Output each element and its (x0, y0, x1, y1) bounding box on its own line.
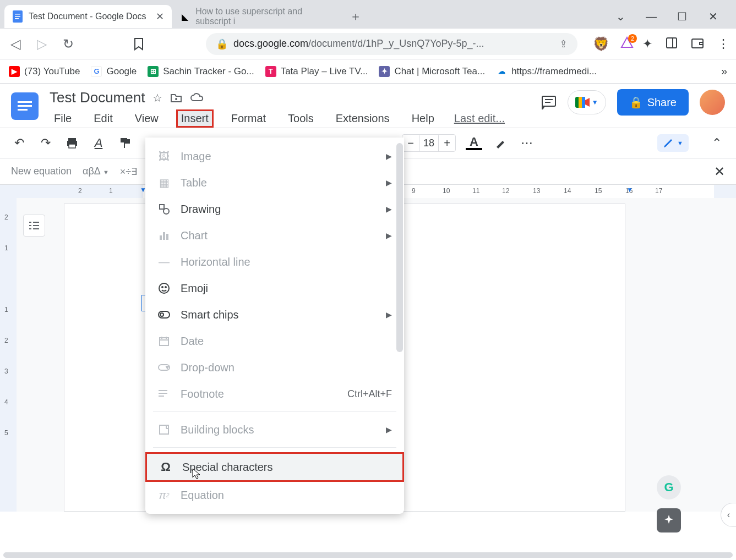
redo-icon[interactable]: ↷ (37, 135, 54, 151)
menu-item-footnote[interactable]: Footnote Ctrl+Alt+F (145, 381, 404, 407)
menu-item-date[interactable]: Date (145, 328, 404, 354)
line-icon: — (157, 255, 171, 268)
collapse-toolbar-icon[interactable]: ⌃ (708, 135, 725, 151)
chevron-right-icon: ▶ (386, 310, 392, 319)
share-button[interactable]: 🔒 Share (617, 89, 689, 116)
new-equation-button[interactable]: New equation (11, 166, 72, 177)
svg-rect-47 (159, 396, 164, 397)
menu-item-special-characters[interactable]: Ω Special characters (145, 452, 404, 482)
blocks-icon (157, 423, 171, 436)
menu-item-chart[interactable]: Chart ▶ (145, 222, 404, 249)
menu-item-image[interactable]: 🖼 Image ▶ (145, 143, 404, 169)
browser-tab[interactable]: ◣ How to use superscript and subscript i (172, 1, 342, 32)
indent-marker-icon[interactable]: ▼ (626, 186, 633, 194)
new-tab-button[interactable]: ＋ (347, 8, 364, 25)
bookmark-teams[interactable]: ✦ Chat | Microsoft Tea... (379, 66, 485, 77)
address-extras: 🦁 2 (593, 36, 634, 52)
spellcheck-icon[interactable]: A (90, 135, 107, 151)
editing-mode-button[interactable]: ▼ (657, 134, 689, 152)
svg-rect-1 (15, 14, 20, 15)
operators-button[interactable]: ×÷∃ (120, 166, 137, 178)
sidepanel-icon[interactable] (666, 37, 678, 51)
menu-file[interactable]: File (50, 110, 76, 127)
menu-help[interactable]: Help (407, 110, 439, 127)
menu-edit[interactable]: Edit (89, 110, 117, 127)
share-url-icon[interactable]: ⇪ (559, 38, 568, 50)
close-equation-icon[interactable]: ✕ (714, 164, 725, 179)
address-bar[interactable]: 🔒 docs.google.com/document/d/1hP_y_UsnQ7… (206, 33, 577, 55)
menu-insert[interactable]: Insert (176, 109, 214, 128)
wallet-icon[interactable] (691, 37, 704, 51)
svg-rect-45 (159, 390, 167, 391)
comment-history-icon[interactable] (541, 95, 557, 109)
cloud-status-icon[interactable] (190, 93, 204, 103)
table-icon: ▦ (157, 176, 171, 189)
document-title[interactable]: Test Document (50, 89, 145, 106)
menu-item-building-blocks[interactable]: Building blocks ▶ (145, 416, 404, 443)
bookmarks-overflow-icon[interactable]: » (721, 65, 727, 78)
back-button[interactable]: ◁ (7, 35, 24, 53)
vertical-ruler[interactable]: 2 1 1 2 3 4 5 (0, 198, 17, 512)
document-outline-button[interactable] (23, 215, 45, 237)
bookmark-icon[interactable] (130, 35, 148, 53)
menu-format[interactable]: Format (227, 110, 270, 127)
menu-item-horizontal-line[interactable]: — Horizontal line (145, 249, 404, 275)
svg-rect-11 (18, 109, 28, 111)
reload-button[interactable]: ↻ (59, 35, 77, 53)
menu-separator (153, 411, 396, 412)
menu-view[interactable]: View (130, 110, 163, 127)
menu-item-dropdown[interactable]: Drop-down (145, 354, 404, 381)
address-row: ◁ ▷ ↻ 🔒 docs.google.com/document/d/1hP_y… (0, 29, 736, 59)
text-color-icon[interactable]: A (466, 136, 482, 150)
bookmark-youtube[interactable]: ▶ (73) YouTube (9, 66, 80, 77)
undo-icon[interactable]: ↶ (11, 135, 28, 151)
search-tabs-icon[interactable]: ⌄ (613, 9, 628, 24)
profile-avatar[interactable] (700, 90, 725, 115)
paint-format-icon[interactable] (117, 135, 133, 151)
scrollbar[interactable] (396, 143, 403, 352)
meet-button[interactable]: ▼ (568, 90, 606, 114)
move-icon[interactable] (170, 93, 182, 103)
horizontal-scrollbar[interactable] (3, 552, 733, 558)
minimize-icon[interactable]: — (644, 9, 659, 24)
teams-icon: ✦ (379, 66, 390, 77)
menu-item-equation[interactable]: π2 Equation (145, 482, 404, 508)
menu-item-drawing[interactable]: Drawing ▶ (145, 196, 404, 222)
more-tools-icon[interactable]: ⋯ (519, 135, 535, 151)
docs-logo-icon[interactable] (11, 92, 39, 120)
svg-rect-19 (68, 138, 76, 141)
highlight-icon[interactable] (492, 135, 509, 151)
greek-letters-button[interactable]: αβΔ ▼ (83, 166, 109, 177)
menu-item-emoji[interactable]: Emoji (145, 275, 404, 301)
forward-button[interactable]: ▷ (33, 35, 51, 53)
font-size-decrease[interactable]: − (402, 135, 419, 151)
bookmark-sheets[interactable]: ⊞ Sachin Tracker - Go... (148, 66, 254, 77)
brave-rewards-icon[interactable]: 2 (620, 36, 634, 52)
svg-rect-12 (542, 96, 555, 106)
explore-button[interactable] (657, 508, 681, 532)
svg-rect-8 (700, 42, 703, 45)
font-size-increase[interactable]: + (439, 135, 455, 151)
menu-item-smart-chips[interactable]: Smart chips ▶ (145, 301, 404, 328)
close-icon[interactable]: ✕ (156, 10, 164, 23)
chip-icon (157, 308, 171, 321)
extensions-icon[interactable]: ✦ (642, 37, 652, 51)
menu-item-table[interactable]: ▦ Table ▶ (145, 169, 404, 196)
last-edit-link[interactable]: Last edit... (454, 112, 505, 125)
close-window-icon[interactable]: ✕ (705, 9, 721, 24)
maximize-icon[interactable]: ☐ (674, 9, 690, 24)
chevron-right-icon: ▶ (386, 152, 392, 161)
print-icon[interactable] (64, 135, 80, 151)
brave-shields-icon[interactable]: 🦁 (593, 36, 609, 52)
bookmark-onedrive[interactable]: ☁ https://framedmedi... (496, 66, 597, 77)
docs-menu-bar: File Edit View Insert Format Tools Exten… (50, 109, 541, 128)
bookmark-google[interactable]: G Google (91, 66, 137, 77)
menu-tools[interactable]: Tools (284, 110, 318, 127)
font-size-value[interactable]: 18 (419, 135, 439, 151)
browser-tab-active[interactable]: Test Document - Google Docs ✕ (4, 5, 172, 28)
menu-extensions[interactable]: Extensions (331, 110, 394, 127)
grammarly-icon[interactable]: G (657, 475, 681, 499)
menu-icon[interactable]: ⋮ (717, 37, 729, 51)
bookmark-tataplay[interactable]: T Tata Play – Live TV... (265, 66, 368, 77)
star-icon[interactable]: ☆ (152, 91, 162, 105)
